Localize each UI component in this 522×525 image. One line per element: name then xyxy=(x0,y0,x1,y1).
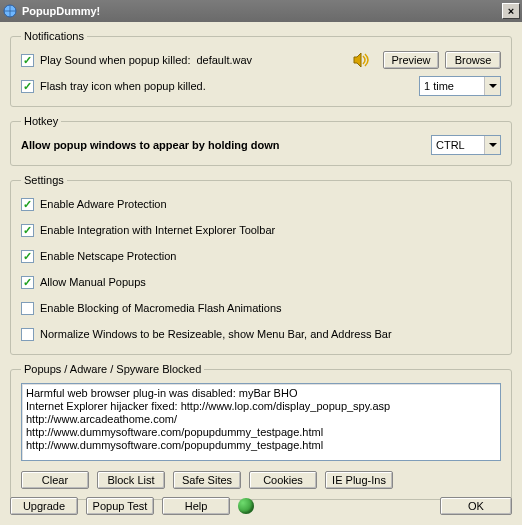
chevron-down-icon xyxy=(484,136,500,154)
blocked-log[interactable]: Harmful web browser plug-in was disabled… xyxy=(21,383,501,461)
cookies-button[interactable]: Cookies xyxy=(249,471,317,489)
titlebar: PopupDummy! × xyxy=(0,0,522,22)
hotkey-label: Allow popup windows to appear by holding… xyxy=(21,139,279,151)
sound-file-value: default.wav xyxy=(196,54,252,66)
notifications-group: Notifications Play Sound when popup kill… xyxy=(10,30,512,107)
flash-tray-label: Flash tray icon when popup killed. xyxy=(40,80,206,92)
settings-item: Enable Blocking of Macromedia Flash Anim… xyxy=(21,298,501,318)
hotkey-select[interactable]: CTRL xyxy=(431,135,501,155)
flash-times-select[interactable]: 1 time xyxy=(419,76,501,96)
settings-item: Normalize Windows to be Resizeable, show… xyxy=(21,324,501,344)
log-line: http://www.dummysoftware.com/popupdummy_… xyxy=(26,426,496,439)
settings-group: Settings Enable Adware ProtectionEnable … xyxy=(10,174,512,355)
settings-item: Enable Integration with Internet Explore… xyxy=(21,220,501,240)
svg-marker-1 xyxy=(354,53,361,67)
help-button[interactable]: Help xyxy=(162,497,230,515)
flash-tray-checkbox[interactable] xyxy=(21,80,34,93)
settings-checkbox[interactable] xyxy=(21,198,34,211)
settings-label: Allow Manual Popups xyxy=(40,276,146,288)
hotkey-group: Hotkey Allow popup windows to appear by … xyxy=(10,115,512,166)
hotkey-value: CTRL xyxy=(436,139,484,151)
settings-item: Allow Manual Popups xyxy=(21,272,501,292)
globe-icon[interactable] xyxy=(238,498,254,514)
preview-button[interactable]: Preview xyxy=(383,51,439,69)
clear-button[interactable]: Clear xyxy=(21,471,89,489)
popup-test-button[interactable]: Popup Test xyxy=(86,497,154,515)
log-line: http://www.arcadeathome.com/ xyxy=(26,413,496,426)
close-icon: × xyxy=(508,6,514,17)
settings-legend: Settings xyxy=(21,174,67,186)
settings-checkbox[interactable] xyxy=(21,302,34,315)
flash-times-value: 1 time xyxy=(424,80,484,92)
settings-checkbox[interactable] xyxy=(21,250,34,263)
blocked-group: Popups / Adware / Spyware Blocked Harmfu… xyxy=(10,363,512,500)
blocked-legend: Popups / Adware / Spyware Blocked xyxy=(21,363,204,375)
settings-label: Enable Adware Protection xyxy=(40,198,167,210)
settings-label: Normalize Windows to be Resizeable, show… xyxy=(40,328,392,340)
notifications-legend: Notifications xyxy=(21,30,87,42)
settings-checkbox[interactable] xyxy=(21,328,34,341)
play-sound-checkbox[interactable] xyxy=(21,54,34,67)
ok-button[interactable]: OK xyxy=(440,497,512,515)
window-title: PopupDummy! xyxy=(22,5,502,17)
settings-label: Enable Blocking of Macromedia Flash Anim… xyxy=(40,302,282,314)
bottom-toolbar: Upgrade Popup Test Help OK xyxy=(10,497,512,515)
settings-label: Enable Integration with Internet Explore… xyxy=(40,224,275,236)
client-area: Notifications Play Sound when popup kill… xyxy=(0,22,522,525)
settings-item: Enable Netscape Protection xyxy=(21,246,501,266)
hotkey-legend: Hotkey xyxy=(21,115,61,127)
speaker-icon xyxy=(353,52,371,68)
settings-item: Enable Adware Protection xyxy=(21,194,501,214)
settings-checkbox[interactable] xyxy=(21,276,34,289)
log-line: Harmful web browser plug-in was disabled… xyxy=(26,387,496,400)
settings-checkbox[interactable] xyxy=(21,224,34,237)
close-button[interactable]: × xyxy=(502,3,520,19)
log-line: Internet Explorer hijacker fixed: http:/… xyxy=(26,400,496,413)
upgrade-button[interactable]: Upgrade xyxy=(10,497,78,515)
browse-button[interactable]: Browse xyxy=(445,51,501,69)
settings-label: Enable Netscape Protection xyxy=(40,250,176,262)
ie-plugins-button[interactable]: IE Plug-Ins xyxy=(325,471,393,489)
play-sound-label: Play Sound when popup killed: xyxy=(40,54,190,66)
log-line: http://www.dummysoftware.com/popupdummy_… xyxy=(26,439,496,452)
block-list-button[interactable]: Block List xyxy=(97,471,165,489)
safe-sites-button[interactable]: Safe Sites xyxy=(173,471,241,489)
app-icon xyxy=(2,3,18,19)
chevron-down-icon xyxy=(484,77,500,95)
